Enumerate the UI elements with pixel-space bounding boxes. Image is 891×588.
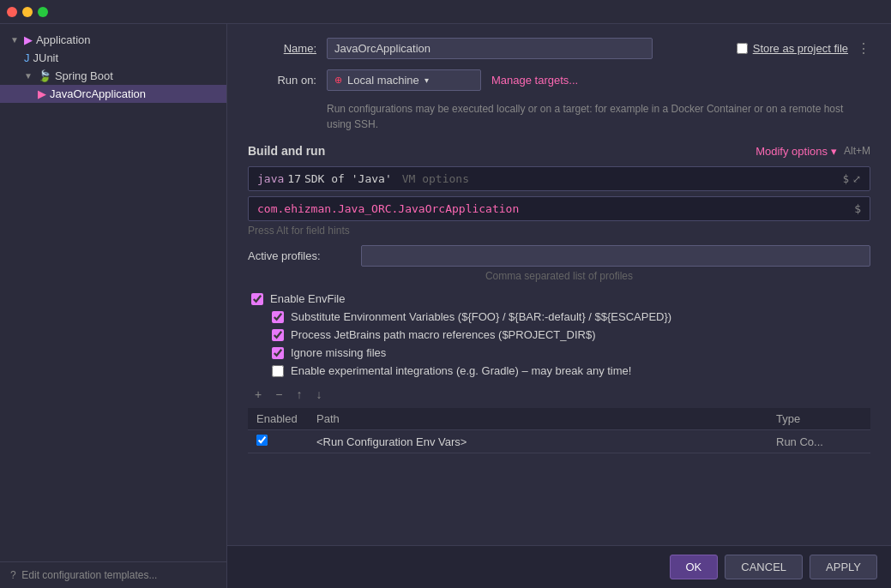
manage-targets-link[interactable]: Manage targets... — [491, 74, 578, 87]
spring-icon: 🍃 — [38, 69, 51, 82]
process-jetbrains-checkbox[interactable] — [272, 329, 284, 341]
process-jetbrains-row: Process JetBrains path macro references … — [248, 328, 870, 341]
profiles-row: Active profiles: — [248, 245, 870, 267]
java-vm-field[interactable]: java 17 SDK of 'Java' VM options $ ⤢ — [248, 166, 870, 191]
move-down-button[interactable]: ↓ — [312, 386, 325, 403]
profiles-hint: Comma separated list of profiles — [248, 270, 870, 282]
enable-envfile-checkbox[interactable] — [251, 293, 263, 305]
name-label: Name: — [248, 42, 316, 55]
row-enabled — [248, 430, 308, 453]
window-controls — [7, 7, 48, 17]
run-icon: ▶ — [38, 87, 46, 100]
store-project-label: Store as project file — [753, 42, 848, 55]
profiles-input[interactable] — [361, 245, 870, 267]
substitute-label: Substitute Environment Variables (${FOO}… — [291, 310, 671, 323]
table-header-row: Enabled Path Type — [248, 408, 870, 430]
ignore-missing-row: Ignore missing files — [248, 346, 870, 359]
cancel-button[interactable]: CANCEL — [725, 555, 803, 579]
content-area: Name: Store as project file ⋮ Run on: ⊕ … — [227, 24, 891, 588]
store-project-row: Store as project file ⋮ — [737, 40, 870, 57]
main-class-value: com.ehizman.Java_ORC.JavaOrcApplication — [257, 202, 519, 215]
build-run-header: Build and run Modify options ▾ Alt+M — [248, 144, 870, 158]
sidebar-item-junit[interactable]: J JUnit — [0, 49, 226, 67]
chevron-down-icon: ▾ — [424, 75, 429, 85]
minimize-button[interactable] — [22, 7, 33, 17]
close-button[interactable] — [7, 7, 17, 17]
arrow-icon: ▼ — [10, 35, 19, 45]
java-keyword: java — [257, 172, 284, 185]
application-icon: ▶ — [24, 33, 33, 46]
sidebar-item-javaorc[interactable]: ▶ JavaOrcApplication — [0, 85, 226, 103]
edit-templates-label: Edit configuration templates... — [21, 569, 157, 581]
junit-icon: J — [24, 51, 30, 64]
shortcut-label: Alt+M — [844, 145, 870, 157]
chevron-down-icon: ▾ — [831, 145, 837, 158]
field-hint: Press Alt for field hints — [248, 225, 870, 237]
row-enabled-checkbox[interactable] — [256, 435, 268, 446]
maximize-button[interactable] — [38, 7, 48, 17]
run-on-dropdown[interactable]: ⊕ Local machine ▾ — [327, 69, 481, 91]
col-path-header: Path — [308, 408, 768, 430]
edit-templates-link[interactable]: ? Edit configuration templates... — [0, 561, 226, 588]
run-on-value: Local machine — [347, 74, 419, 87]
col-enabled-header: Enabled — [248, 408, 308, 430]
sidebar-item-application[interactable]: ▼ ▶ Application — [0, 31, 226, 49]
modify-options-label: Modify options — [756, 145, 828, 158]
section-title: Build and run — [248, 144, 325, 158]
store-project-checkbox[interactable] — [737, 43, 748, 54]
bottom-bar: OK CANCEL APPLY — [227, 545, 891, 588]
experimental-row: Enable experimental integrations (e.g. G… — [248, 364, 870, 377]
enable-envfile-label: Enable EnvFile — [270, 292, 345, 305]
enable-envfile-row: Enable EnvFile — [248, 292, 870, 305]
main-class-field[interactable]: com.ehizman.Java_ORC.JavaOrcApplication … — [248, 196, 870, 221]
row-path: <Run Configuration Env Vars> — [308, 430, 768, 453]
col-type-header: Type — [768, 408, 870, 430]
run-on-label: Run on: — [248, 74, 316, 87]
arrow-icon: ▼ — [24, 71, 33, 81]
run-on-row: Run on: ⊕ Local machine ▾ Manage targets… — [248, 69, 870, 91]
apply-button[interactable]: APPLY — [810, 555, 877, 579]
process-jetbrains-label: Process JetBrains path macro references … — [291, 328, 595, 341]
substitute-checkbox[interactable] — [272, 311, 284, 323]
local-machine-icon: ⊕ — [334, 75, 342, 86]
dollar-icon[interactable]: $ — [854, 202, 861, 215]
sidebar-item-label: JUnit — [33, 51, 59, 64]
ignore-missing-label: Ignore missing files — [291, 346, 386, 359]
sidebar-item-label: Application — [36, 33, 91, 46]
java-sdk: SDK of 'Java' — [304, 172, 392, 185]
expand-icon[interactable]: $ ⤢ — [843, 173, 861, 185]
help-icon: ? — [10, 569, 16, 581]
run-hint-text: Run configurations may be executed local… — [327, 101, 870, 132]
experimental-checkbox[interactable] — [272, 365, 284, 377]
options-menu-icon[interactable]: ⋮ — [857, 40, 870, 57]
form-area: Name: Store as project file ⋮ Run on: ⊕ … — [227, 24, 891, 545]
main-layout: ▼ ▶ Application J JUnit ▼ 🍃 Spring Boot … — [0, 24, 891, 588]
env-table: Enabled Path Type <Run Configuration Env… — [248, 408, 870, 453]
dollar-icon: $ — [843, 173, 849, 185]
modify-options-button[interactable]: Modify options ▾ Alt+M — [756, 145, 870, 158]
vm-options-placeholder: VM options — [402, 172, 469, 185]
experimental-label: Enable experimental integrations (e.g. G… — [291, 364, 631, 377]
top-bar — [0, 0, 891, 24]
add-row-button[interactable]: + — [251, 386, 265, 403]
sidebar-item-label: Spring Boot — [55, 69, 113, 82]
configuration-tree: ▼ ▶ Application J JUnit ▼ 🍃 Spring Boot … — [0, 24, 226, 561]
remove-row-button[interactable]: − — [272, 386, 286, 403]
sidebar-item-springboot[interactable]: ▼ 🍃 Spring Boot — [0, 67, 226, 85]
name-input[interactable] — [327, 38, 653, 59]
profiles-label: Active profiles: — [248, 249, 351, 262]
name-row: Name: Store as project file ⋮ — [248, 38, 870, 59]
move-up-button[interactable]: ↑ — [292, 386, 305, 403]
table-toolbar: + − ↑ ↓ — [248, 386, 870, 403]
row-type: Run Co... — [768, 430, 870, 453]
java-version: 17 — [287, 172, 301, 185]
ok-button[interactable]: OK — [670, 555, 719, 579]
fullscreen-icon: ⤢ — [852, 173, 861, 185]
ignore-missing-checkbox[interactable] — [272, 347, 284, 359]
substitute-row: Substitute Environment Variables (${FOO}… — [248, 310, 870, 323]
sidebar-item-label: JavaOrcApplication — [50, 87, 146, 100]
sidebar: ▼ ▶ Application J JUnit ▼ 🍃 Spring Boot … — [0, 24, 227, 588]
table-row[interactable]: <Run Configuration Env Vars> Run Co... — [248, 430, 870, 453]
